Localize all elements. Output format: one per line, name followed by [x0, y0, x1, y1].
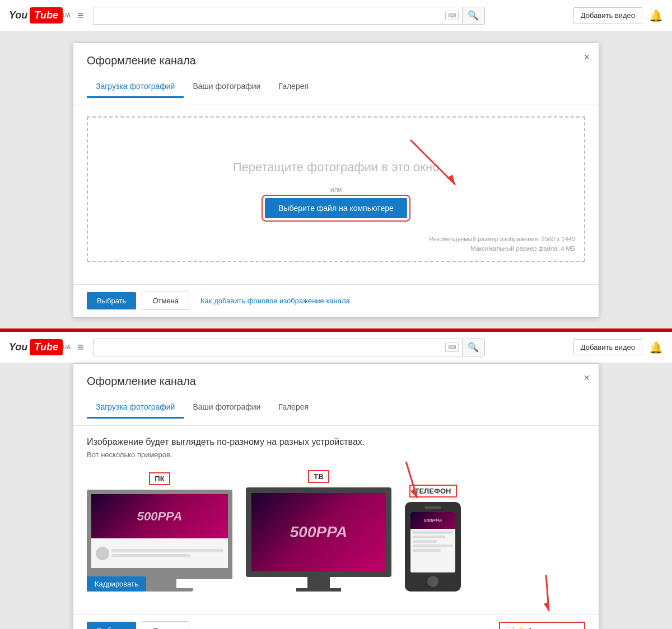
phone-device-container: ТЕЛЕФОН 500РРА	[405, 485, 461, 592]
phone-line-3	[413, 540, 437, 543]
autocorrect-label: ✨ Автокоррекция	[517, 626, 578, 629]
keyboard-icon-2: ⌨	[445, 342, 459, 352]
autocorrect-checkbox[interactable]	[506, 627, 514, 630]
logo-you-2: You	[9, 341, 27, 353]
phone-speaker	[424, 506, 441, 509]
tv-stand	[307, 577, 330, 588]
tv-device-container: ТВ 500РРА	[246, 470, 391, 592]
main-area-2: Оформление канала × Загрузка фотографий …	[0, 363, 672, 629]
cancel-button-2[interactable]: Отмена	[142, 621, 189, 629]
tv-screen: 500РРА	[246, 487, 391, 577]
select-button-1[interactable]: Выбрать	[87, 292, 136, 309]
pc-line-2	[111, 554, 190, 557]
tv-screen-banner: 500РРА	[251, 493, 386, 571]
dialog-title-2: Оформление канала	[87, 375, 585, 388]
phone-device: 500РРА	[405, 502, 461, 592]
phone-line-4	[413, 544, 453, 547]
youtube-header-2: YouTubeUA ≡ ⌨ 🔍 Добавить видео 🔔	[0, 332, 672, 363]
phone-body: 500РРА	[405, 502, 461, 592]
svg-marker-5	[544, 602, 549, 611]
svg-marker-1	[447, 175, 455, 185]
tv-label: ТВ	[308, 470, 329, 483]
search-bar: ⌨ 🔍	[93, 7, 485, 25]
pc-screen-banner: 500РРА	[91, 494, 228, 538]
logo-ua: UA	[63, 12, 71, 18]
preview-sub-text: Вот несколько примеров.	[87, 450, 585, 459]
tab-your-photos-2[interactable]: Ваши фотографии	[184, 397, 269, 419]
pc-stand	[143, 579, 176, 588]
select-button-2[interactable]: Выбрать	[87, 622, 136, 629]
channel-art-dialog-1: Оформление канала × Загрузка фотографий …	[73, 43, 599, 317]
dialog-tabs-1: Загрузка фотографий Ваши фотографии Гале…	[87, 76, 585, 98]
svg-line-4	[546, 575, 549, 611]
header-right: Добавить видео 🔔	[573, 7, 663, 24]
phone-line-2	[413, 536, 445, 538]
upload-info-line1: Рекомендуемый размер изображения: 2560 x…	[430, 234, 575, 245]
keyboard-icon: ⌨	[445, 11, 459, 20]
add-video-button-2[interactable]: Добавить видео	[573, 339, 642, 355]
notification-bell-icon-2[interactable]: 🔔	[649, 341, 663, 354]
dialog-title-1: Оформление канала	[87, 54, 585, 67]
dialog-footer-2: Выбрать Отмена ✨ Автокоррекция	[73, 614, 599, 629]
help-link-1[interactable]: Как добавить фоновое изображение канала	[200, 297, 350, 305]
dialog-header-2: Оформление канала × Загрузка фотографий …	[73, 364, 599, 426]
footer-right: ✨ Автокоррекция	[499, 622, 585, 629]
dialog-body-1: Перетащите фотографии в это окно или Выб…	[73, 105, 599, 284]
menu-icon-2[interactable]: ≡	[77, 341, 84, 354]
youtube-logo: YouTubeUA	[9, 7, 71, 24]
choose-file-button[interactable]: Выберите файл на компьютере	[265, 198, 407, 218]
dialog-header-1: Оформление канала × Загрузка фотографий …	[73, 43, 599, 105]
dialog-close-button-1[interactable]: ×	[584, 52, 590, 62]
logo-tube: Tube	[30, 7, 63, 24]
search-button[interactable]: 🔍	[462, 7, 484, 24]
preview-devices: ПК 500РРА	[87, 470, 585, 592]
search-button-2[interactable]: 🔍	[462, 339, 484, 356]
phone-banner: 500РРА	[410, 512, 455, 529]
youtube-header: YouTubeUA ≡ ⌨ 🔍 Добавить видео 🔔	[0, 0, 672, 31]
search-input[interactable]	[94, 11, 445, 20]
add-video-button[interactable]: Добавить видео	[573, 7, 642, 24]
logo-tube-2: Tube	[30, 339, 63, 355]
preview-info-text: Изображение будет выглядеть по-разному н…	[87, 437, 585, 447]
pc-device-container: ПК 500РРА	[87, 472, 232, 592]
logo-you: You	[9, 10, 27, 21]
menu-icon[interactable]: ≡	[77, 9, 84, 22]
pc-avatar	[96, 547, 109, 560]
tab-your-photos-1[interactable]: Ваши фотографии	[184, 76, 269, 98]
autocorrect-area: ✨ Автокоррекция	[499, 622, 585, 629]
tab-gallery-2[interactable]: Галерея	[269, 397, 318, 419]
pc-screen: 500РРА	[87, 490, 232, 579]
cancel-button-1[interactable]: Отмена	[142, 292, 189, 310]
upload-info-line2: Максимальный размер файла: 4 МБ	[430, 244, 575, 254]
drag-text: Перетащите фотографии в это окно	[233, 160, 440, 175]
search-input-2[interactable]	[94, 343, 445, 352]
phone-screen: 500РРА	[410, 512, 455, 572]
header-right-2: Добавить видео 🔔	[573, 339, 663, 355]
pc-lines	[111, 549, 223, 557]
youtube-logo-2: YouTubeUA	[9, 339, 71, 355]
dialog-body-2: Изображение будет выглядеть по-разному н…	[73, 426, 599, 614]
phone-home-button	[427, 576, 438, 587]
tv-device: 500РРА	[246, 487, 391, 592]
pc-line-1	[111, 549, 223, 552]
crop-button[interactable]: Кадрировать	[87, 576, 146, 592]
tab-upload-photos-2[interactable]: Загрузка фотографий	[87, 397, 184, 419]
phone-content	[410, 529, 455, 572]
dialog-close-button-2[interactable]: ×	[584, 373, 590, 383]
notification-bell-icon[interactable]: 🔔	[649, 9, 663, 22]
tab-gallery-1[interactable]: Галерея	[269, 76, 318, 98]
main-area-1: Оформление канала × Загрузка фотографий …	[0, 31, 672, 328]
search-bar-2: ⌨ 🔍	[93, 339, 485, 356]
phone-line-1	[413, 531, 453, 534]
dialog-tabs-2: Загрузка фотографий Ваши фотографии Гале…	[87, 397, 585, 419]
pc-screen-bottom	[91, 538, 228, 568]
phone-line-5	[413, 549, 441, 552]
upload-info: Рекомендуемый размер изображения: 2560 x…	[430, 234, 575, 254]
tab-upload-photos-1[interactable]: Загрузка фотографий	[87, 76, 184, 98]
or-text: или	[330, 186, 342, 194]
logo-ua-2: UA	[63, 344, 71, 350]
channel-art-dialog-2: Оформление канала × Загрузка фотографий …	[73, 363, 599, 629]
upload-drop-zone[interactable]: Перетащите фотографии в это окно или Выб…	[87, 116, 585, 262]
tv-base	[296, 588, 341, 592]
phone-label: ТЕЛЕФОН	[409, 485, 457, 497]
